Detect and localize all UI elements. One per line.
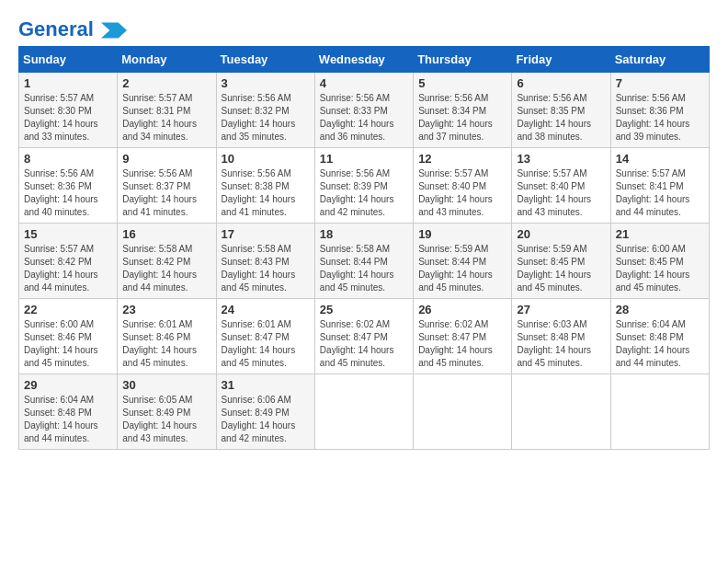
- day-number: 18: [320, 227, 408, 241]
- day-number: 24: [222, 303, 310, 316]
- day-number: 8: [24, 152, 112, 166]
- day-number: 28: [616, 303, 704, 316]
- day-info: Sunrise: 5:59 AMSunset: 8:45 PMDaylight:…: [517, 244, 591, 293]
- day-number: 10: [222, 152, 310, 166]
- svg-marker-0: [101, 23, 127, 39]
- day-info: Sunrise: 5:58 AMSunset: 8:43 PMDaylight:…: [222, 244, 296, 293]
- day-cell: 11 Sunrise: 5:56 AMSunset: 8:39 PMDaylig…: [314, 148, 413, 224]
- day-cell: 15 Sunrise: 5:57 AMSunset: 8:42 PMDaylig…: [19, 224, 118, 299]
- day-cell: 19 Sunrise: 5:59 AMSunset: 8:44 PMDaylig…: [414, 224, 512, 299]
- week-row-4: 22 Sunrise: 6:00 AMSunset: 8:46 PMDaylig…: [19, 299, 710, 374]
- weekday-header-monday: Monday: [118, 47, 216, 73]
- day-info: Sunrise: 5:56 AMSunset: 8:39 PMDaylight:…: [320, 168, 394, 217]
- day-number: 3: [222, 76, 310, 90]
- day-cell: 31 Sunrise: 6:06 AMSunset: 8:49 PMDaylig…: [216, 374, 314, 450]
- day-number: 19: [418, 227, 506, 241]
- day-cell: 7 Sunrise: 5:56 AMSunset: 8:36 PMDayligh…: [610, 73, 709, 148]
- day-cell: 12 Sunrise: 5:57 AMSunset: 8:40 PMDaylig…: [414, 148, 512, 224]
- day-info: Sunrise: 6:01 AMSunset: 8:46 PMDaylight:…: [122, 319, 197, 368]
- day-number: 29: [24, 378, 112, 392]
- weekday-header-saturday: Saturday: [610, 47, 709, 73]
- day-info: Sunrise: 5:56 AMSunset: 8:37 PMDaylight:…: [122, 168, 197, 217]
- weekday-header-friday: Friday: [512, 47, 610, 73]
- logo-general: General: [18, 17, 94, 40]
- day-number: 22: [24, 303, 112, 316]
- day-cell: 24 Sunrise: 6:01 AMSunset: 8:47 PMDaylig…: [216, 299, 314, 374]
- logo: General: [18, 18, 127, 37]
- header-row: SundayMondayTuesdayWednesdayThursdayFrid…: [19, 47, 710, 73]
- day-info: Sunrise: 6:04 AMSunset: 8:48 PMDaylight:…: [24, 395, 98, 443]
- day-info: Sunrise: 5:56 AMSunset: 8:33 PMDaylight:…: [320, 93, 394, 142]
- logo-text: General: [18, 18, 127, 40]
- day-info: Sunrise: 5:57 AMSunset: 8:42 PMDaylight:…: [24, 244, 98, 293]
- week-row-2: 8 Sunrise: 5:56 AMSunset: 8:36 PMDayligh…: [19, 148, 710, 224]
- weekday-header-wednesday: Wednesday: [314, 47, 413, 73]
- weekday-header-thursday: Thursday: [414, 47, 512, 73]
- day-cell: 22 Sunrise: 6:00 AMSunset: 8:46 PMDaylig…: [19, 299, 118, 374]
- day-info: Sunrise: 6:00 AMSunset: 8:45 PMDaylight:…: [616, 244, 690, 293]
- day-number: 5: [418, 76, 506, 90]
- day-cell: 9 Sunrise: 5:56 AMSunset: 8:37 PMDayligh…: [118, 148, 216, 224]
- day-info: Sunrise: 5:58 AMSunset: 8:44 PMDaylight:…: [320, 244, 394, 293]
- page-header: General: [18, 18, 710, 37]
- day-number: 31: [222, 378, 310, 392]
- day-number: 11: [320, 152, 408, 166]
- day-number: 7: [616, 76, 704, 90]
- week-row-5: 29 Sunrise: 6:04 AMSunset: 8:48 PMDaylig…: [19, 374, 710, 450]
- day-cell: 3 Sunrise: 5:56 AMSunset: 8:32 PMDayligh…: [216, 73, 314, 148]
- day-info: Sunrise: 5:56 AMSunset: 8:35 PMDaylight:…: [517, 93, 591, 142]
- day-cell: 28 Sunrise: 6:04 AMSunset: 8:48 PMDaylig…: [610, 299, 709, 374]
- week-row-3: 15 Sunrise: 5:57 AMSunset: 8:42 PMDaylig…: [19, 224, 710, 299]
- day-number: 17: [222, 227, 310, 241]
- day-cell: 13 Sunrise: 5:57 AMSunset: 8:40 PMDaylig…: [512, 148, 610, 224]
- week-row-1: 1 Sunrise: 5:57 AMSunset: 8:30 PMDayligh…: [19, 73, 710, 148]
- day-info: Sunrise: 6:04 AMSunset: 8:48 PMDaylight:…: [616, 319, 690, 368]
- weekday-header-tuesday: Tuesday: [216, 47, 314, 73]
- day-number: 6: [517, 76, 605, 90]
- day-info: Sunrise: 6:03 AMSunset: 8:48 PMDaylight:…: [517, 319, 591, 368]
- day-cell: 29 Sunrise: 6:04 AMSunset: 8:48 PMDaylig…: [19, 374, 118, 450]
- day-number: 12: [418, 152, 506, 166]
- day-cell: [512, 374, 610, 450]
- day-number: 14: [616, 152, 704, 166]
- day-number: 21: [616, 227, 704, 241]
- day-number: 13: [517, 152, 605, 166]
- day-cell: 6 Sunrise: 5:56 AMSunset: 8:35 PMDayligh…: [512, 73, 610, 148]
- day-cell: 27 Sunrise: 6:03 AMSunset: 8:48 PMDaylig…: [512, 299, 610, 374]
- day-cell: [610, 374, 709, 450]
- calendar-table: SundayMondayTuesdayWednesdayThursdayFrid…: [18, 46, 710, 450]
- day-info: Sunrise: 5:56 AMSunset: 8:38 PMDaylight:…: [222, 168, 296, 217]
- day-number: 25: [320, 303, 408, 316]
- day-cell: 14 Sunrise: 5:57 AMSunset: 8:41 PMDaylig…: [610, 148, 709, 224]
- day-cell: 1 Sunrise: 5:57 AMSunset: 8:30 PMDayligh…: [19, 73, 118, 148]
- day-cell: 20 Sunrise: 5:59 AMSunset: 8:45 PMDaylig…: [512, 224, 610, 299]
- day-cell: 8 Sunrise: 5:56 AMSunset: 8:36 PMDayligh…: [19, 148, 118, 224]
- day-number: 15: [24, 227, 112, 241]
- day-info: Sunrise: 5:59 AMSunset: 8:44 PMDaylight:…: [418, 244, 493, 293]
- day-number: 20: [517, 227, 605, 241]
- day-number: 4: [320, 76, 408, 90]
- day-cell: 2 Sunrise: 5:57 AMSunset: 8:31 PMDayligh…: [118, 73, 216, 148]
- day-info: Sunrise: 5:58 AMSunset: 8:42 PMDaylight:…: [122, 244, 197, 293]
- day-cell: 16 Sunrise: 5:58 AMSunset: 8:42 PMDaylig…: [118, 224, 216, 299]
- day-number: 2: [122, 76, 210, 90]
- day-info: Sunrise: 5:57 AMSunset: 8:40 PMDaylight:…: [418, 168, 493, 217]
- day-info: Sunrise: 5:57 AMSunset: 8:30 PMDaylight:…: [24, 93, 98, 142]
- day-cell: 21 Sunrise: 6:00 AMSunset: 8:45 PMDaylig…: [610, 224, 709, 299]
- day-number: 26: [418, 303, 506, 316]
- day-info: Sunrise: 6:00 AMSunset: 8:46 PMDaylight:…: [24, 319, 98, 368]
- day-info: Sunrise: 5:56 AMSunset: 8:34 PMDaylight:…: [418, 93, 493, 142]
- day-number: 1: [24, 76, 112, 90]
- day-cell: 25 Sunrise: 6:02 AMSunset: 8:47 PMDaylig…: [314, 299, 413, 374]
- day-number: 30: [122, 378, 210, 392]
- day-info: Sunrise: 5:57 AMSunset: 8:41 PMDaylight:…: [616, 168, 690, 217]
- day-info: Sunrise: 5:56 AMSunset: 8:36 PMDaylight:…: [24, 168, 98, 217]
- day-info: Sunrise: 5:56 AMSunset: 8:36 PMDaylight:…: [616, 93, 690, 142]
- day-info: Sunrise: 5:57 AMSunset: 8:40 PMDaylight:…: [517, 168, 591, 217]
- day-info: Sunrise: 6:01 AMSunset: 8:47 PMDaylight:…: [222, 319, 296, 368]
- weekday-header-sunday: Sunday: [19, 47, 118, 73]
- day-number: 23: [122, 303, 210, 316]
- day-cell: 30 Sunrise: 6:05 AMSunset: 8:49 PMDaylig…: [118, 374, 216, 450]
- day-cell: 17 Sunrise: 5:58 AMSunset: 8:43 PMDaylig…: [216, 224, 314, 299]
- day-info: Sunrise: 6:05 AMSunset: 8:49 PMDaylight:…: [122, 395, 197, 443]
